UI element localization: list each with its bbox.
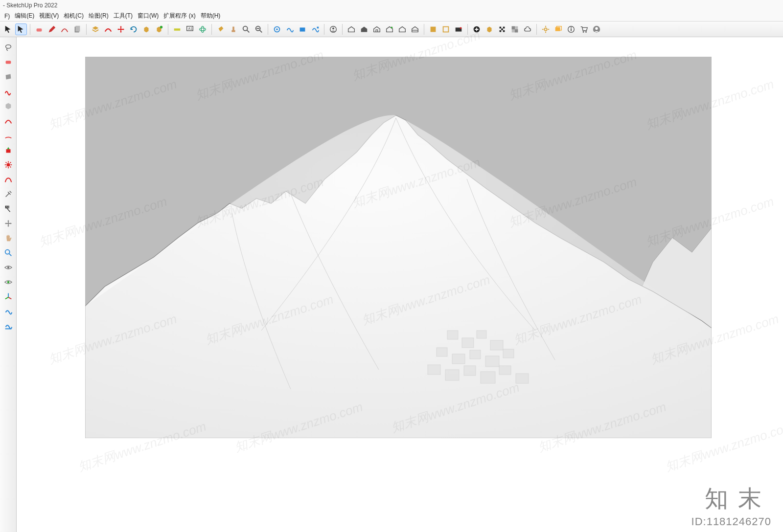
label-flag-icon[interactable]: A1 xyxy=(2,202,15,215)
plugin-d-icon[interactable] xyxy=(309,23,321,35)
svg-rect-87 xyxy=(464,366,476,376)
side-toolbar: A1 xyxy=(0,37,17,532)
svg-point-3 xyxy=(160,25,162,28)
info-icon[interactable] xyxy=(565,23,577,35)
svg-rect-51 xyxy=(6,149,10,153)
plugin-a-icon[interactable] xyxy=(271,23,283,35)
eraser-red-icon[interactable] xyxy=(2,56,15,68)
arc-red-icon[interactable] xyxy=(2,114,15,127)
cursor2-icon[interactable] xyxy=(15,23,27,35)
svg-line-59 xyxy=(10,162,11,163)
hand-icon[interactable] xyxy=(2,232,15,244)
sheet-icon[interactable] xyxy=(71,23,83,35)
texture-icon[interactable] xyxy=(509,23,521,35)
squiggle-red-icon[interactable] xyxy=(2,85,15,98)
orbit-icon[interactable] xyxy=(197,23,208,35)
svg-line-68 xyxy=(9,254,11,256)
toolbar-separator xyxy=(268,24,268,35)
svg-rect-0 xyxy=(37,28,42,31)
gear-red-icon[interactable] xyxy=(2,158,15,171)
svg-rect-84 xyxy=(503,349,514,358)
cloud-icon[interactable] xyxy=(522,23,533,35)
curve-red-icon[interactable] xyxy=(2,173,15,186)
red-curve-icon[interactable] xyxy=(102,23,114,35)
svg-rect-81 xyxy=(452,354,465,364)
toolbar-separator xyxy=(211,24,212,35)
warehouse1-icon[interactable] xyxy=(345,23,357,35)
svg-rect-82 xyxy=(470,350,481,359)
arc-red2-icon[interactable] xyxy=(2,129,15,142)
cursor-icon[interactable] xyxy=(2,23,14,35)
tape-icon[interactable] xyxy=(171,23,183,35)
push-red-icon[interactable] xyxy=(2,144,15,156)
move-handle-icon[interactable] xyxy=(2,217,15,230)
svg-rect-34 xyxy=(515,29,518,32)
svg-point-20 xyxy=(391,26,393,28)
menu-edit[interactable]: 编辑(E) xyxy=(12,11,37,21)
warehouse3-icon[interactable] xyxy=(371,23,383,35)
stamp-icon[interactable] xyxy=(228,23,239,35)
svg-rect-31 xyxy=(503,30,505,32)
window-layers-icon[interactable] xyxy=(553,23,564,35)
menu-tools[interactable]: 工具(T) xyxy=(111,11,135,21)
settings-gear-icon[interactable] xyxy=(540,23,552,35)
warehouse5-icon[interactable] xyxy=(396,23,408,35)
title-bar: - SketchUp Pro 2022 xyxy=(0,0,783,11)
section-blue2-icon[interactable] xyxy=(2,320,15,332)
zoom-in-icon[interactable] xyxy=(240,23,252,35)
warehouse4-icon[interactable] xyxy=(384,23,395,35)
move-icon[interactable] xyxy=(115,23,127,35)
warehouse2-icon[interactable] xyxy=(358,23,370,35)
record-cube-icon[interactable] xyxy=(484,23,495,35)
eraser-icon[interactable] xyxy=(33,23,45,35)
ext-a-icon[interactable] xyxy=(427,23,439,35)
pencil-icon[interactable] xyxy=(46,23,58,35)
plugin-b-icon[interactable] xyxy=(284,23,296,35)
svg-rect-86 xyxy=(445,370,459,380)
rotate-icon[interactable] xyxy=(128,23,139,35)
toolbar-separator xyxy=(324,24,324,35)
avatar-icon[interactable] xyxy=(591,23,602,35)
menu-draw[interactable]: 绘图(R) xyxy=(86,11,111,21)
eye-icon[interactable] xyxy=(2,261,15,274)
flag-checker-icon[interactable] xyxy=(496,23,508,35)
plugin-c-icon[interactable] xyxy=(297,23,308,35)
svg-point-35 xyxy=(544,28,547,30)
menu-view[interactable]: 视图(V) xyxy=(37,11,61,21)
arc-icon[interactable] xyxy=(59,23,70,35)
ext-b-icon[interactable] xyxy=(440,23,452,35)
menu-ext[interactable]: 扩展程序 (x) xyxy=(161,11,198,21)
eye2-icon[interactable] xyxy=(2,276,15,288)
quad-gray-icon[interactable] xyxy=(2,70,15,83)
cube-new-icon[interactable] xyxy=(140,23,152,35)
svg-rect-4 xyxy=(174,28,181,31)
bucket-icon[interactable] xyxy=(215,23,227,35)
warehouse6-icon[interactable] xyxy=(409,23,421,35)
svg-point-48 xyxy=(595,27,598,29)
text-box-icon[interactable]: A1 xyxy=(184,23,196,35)
menu-camera[interactable]: 相机(C) xyxy=(61,11,86,21)
zoom-out-icon[interactable] xyxy=(253,23,265,35)
app-title: - SketchUp Pro 2022 xyxy=(3,2,57,9)
user-circle-icon[interactable] xyxy=(327,23,339,35)
stack-icon[interactable] xyxy=(90,23,101,35)
svg-line-57 xyxy=(5,162,6,163)
menu-file[interactable]: F) xyxy=(2,12,12,20)
viewport[interactable]: 知末网www.znzmo.com 知末网www.znzmo.com 知末网www… xyxy=(17,37,783,532)
svg-rect-76 xyxy=(447,331,458,339)
svg-rect-44 xyxy=(571,27,572,28)
menu-window[interactable]: 窗口(W) xyxy=(135,11,161,21)
pin-icon[interactable] xyxy=(2,188,15,200)
cube-paste-icon[interactable] xyxy=(153,23,165,35)
svg-rect-16 xyxy=(300,27,305,31)
cart-icon[interactable] xyxy=(578,23,590,35)
hexagon-icon[interactable] xyxy=(2,100,15,112)
svg-point-70 xyxy=(7,281,9,284)
svg-rect-33 xyxy=(512,26,515,29)
lasso-icon[interactable] xyxy=(2,41,15,54)
axes-icon[interactable] xyxy=(2,290,15,303)
magnifier-icon[interactable] xyxy=(2,246,15,259)
svg-point-9 xyxy=(243,26,248,30)
menu-help[interactable]: 帮助(H) xyxy=(198,11,223,21)
section-blue-icon[interactable] xyxy=(2,305,15,318)
